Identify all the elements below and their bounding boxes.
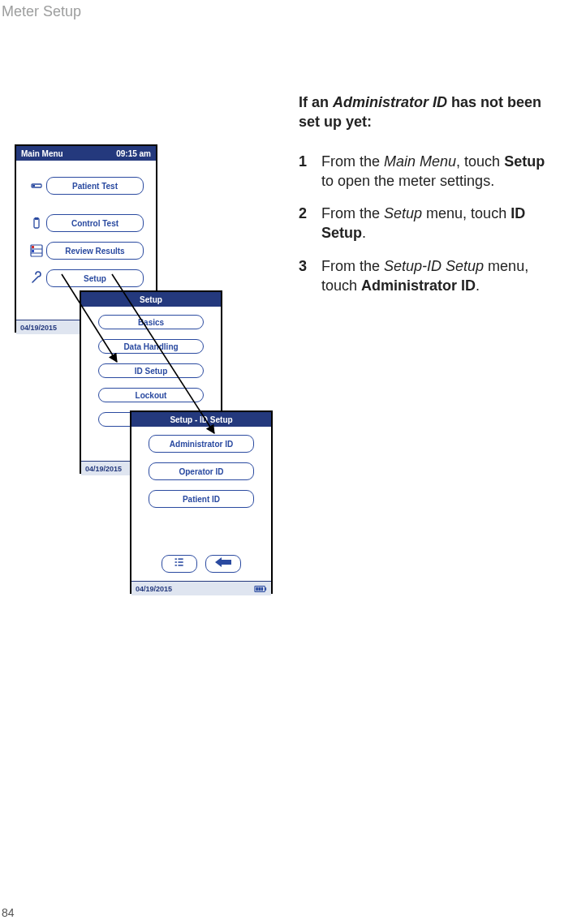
step-text: From the Setup menu, touch ID Setup. <box>321 204 558 243</box>
svg-rect-17 <box>175 561 177 563</box>
back-button[interactable] <box>205 555 241 573</box>
svg-rect-23 <box>256 587 258 590</box>
page-number: 84 <box>2 906 15 919</box>
screen-body: Administrator ID Operator ID Patient ID <box>131 427 271 581</box>
svg-rect-19 <box>175 565 177 566</box>
svg-rect-8 <box>32 250 34 252</box>
operator-id-button[interactable]: Operator ID <box>149 462 254 480</box>
basics-button[interactable]: Basics <box>98 315 204 329</box>
test-strip-icon <box>29 178 44 193</box>
instruction-step: 2From the Setup menu, touch ID Setup. <box>299 204 558 243</box>
italic-term: Setup <box>384 205 422 221</box>
bold-term: ID Setup <box>321 205 525 241</box>
button-label: ID Setup <box>135 367 168 376</box>
titlebar-title: Setup <box>140 295 162 304</box>
titlebar-title: Setup - ID Setup <box>170 415 232 424</box>
svg-rect-20 <box>178 565 183 566</box>
button-label: Setup <box>84 274 106 283</box>
bottom-row <box>153 552 249 578</box>
svg-rect-25 <box>261 587 263 590</box>
titlebar-main-menu: Main Menu 09:15 am <box>16 146 156 161</box>
titlebar-setup: Setup <box>81 292 221 307</box>
svg-rect-22 <box>265 587 266 591</box>
bold-term: Administrator ID <box>361 277 476 294</box>
step-text: From the Main Menu, touch Setup to open … <box>321 152 558 191</box>
screen-id-setup: Setup - ID Setup Administrator ID Operat… <box>130 410 273 594</box>
titlebar-time: 09:15 am <box>116 149 151 158</box>
screen-footer: 04/19/2015 <box>131 581 271 595</box>
svg-rect-3 <box>35 217 38 220</box>
button-label: Administrator ID <box>170 440 233 449</box>
svg-rect-18 <box>178 561 183 563</box>
step-text: From the Setup-ID Setup menu, touch Admi… <box>321 256 558 296</box>
italic-term: Main Menu <box>384 153 456 170</box>
svg-rect-24 <box>258 587 261 590</box>
button-label: Operator ID <box>179 467 223 476</box>
lockout-button[interactable]: Lockout <box>98 388 204 402</box>
footer-date: 04/19/2015 <box>20 324 57 332</box>
instruction-step: 3From the Setup-ID Setup menu, touch Adm… <box>299 256 558 296</box>
control-test-button[interactable]: Control Test <box>46 214 144 232</box>
titlebar-title: Main Menu <box>21 149 63 158</box>
svg-rect-1 <box>32 185 35 187</box>
patient-id-button[interactable]: Patient ID <box>149 490 254 508</box>
checklist-icon <box>174 557 185 571</box>
footer-date: 04/19/2015 <box>85 465 122 473</box>
checklist-button[interactable] <box>162 555 197 573</box>
data-handling-button[interactable]: Data Handling <box>98 339 204 354</box>
patient-test-button[interactable]: Patient Test <box>46 177 144 195</box>
svg-rect-15 <box>175 558 177 560</box>
heading-term: Administrator ID <box>333 94 447 110</box>
svg-rect-7 <box>32 246 34 248</box>
results-grid-icon <box>29 243 44 258</box>
battery-icon <box>254 585 267 593</box>
review-results-button[interactable]: Review Results <box>46 242 144 260</box>
setup-button[interactable]: Setup <box>46 269 144 287</box>
wrench-icon <box>29 271 44 286</box>
id-setup-button[interactable]: ID Setup <box>98 363 204 378</box>
instruction-step: 1From the Main Menu, touch Setup to open… <box>299 152 558 191</box>
button-label: Data Handling <box>123 342 178 351</box>
administrator-id-button[interactable]: Administrator ID <box>149 435 254 453</box>
control-bottle-icon <box>29 216 44 230</box>
instructions-heading: If an Administrator ID has not been set … <box>299 92 558 132</box>
instructions-list: 1From the Main Menu, touch Setup to open… <box>299 152 558 296</box>
button-label: Review Results <box>65 247 124 256</box>
step-number: 2 <box>299 204 321 243</box>
step-number: 1 <box>299 152 321 191</box>
step-number: 3 <box>299 256 321 296</box>
titlebar-id-setup: Setup - ID Setup <box>131 412 271 427</box>
back-arrow-icon <box>213 557 233 571</box>
italic-term: Setup-ID Setup <box>384 258 484 274</box>
instructions-block: If an Administrator ID has not been set … <box>299 92 558 308</box>
heading-pre: If an <box>299 94 333 110</box>
button-label: Control Test <box>71 219 118 228</box>
button-label: Basics <box>138 318 164 327</box>
svg-rect-16 <box>178 558 183 560</box>
bold-term: Setup <box>504 153 545 170</box>
button-label: Patient ID <box>183 495 220 504</box>
button-label: Lockout <box>136 391 167 400</box>
footer-date: 04/19/2015 <box>136 585 172 593</box>
page-header: Meter Setup <box>2 3 81 20</box>
screens-figure: Main Menu 09:15 am Patient Test Control … <box>15 144 282 631</box>
button-label: Patient Test <box>72 182 118 191</box>
